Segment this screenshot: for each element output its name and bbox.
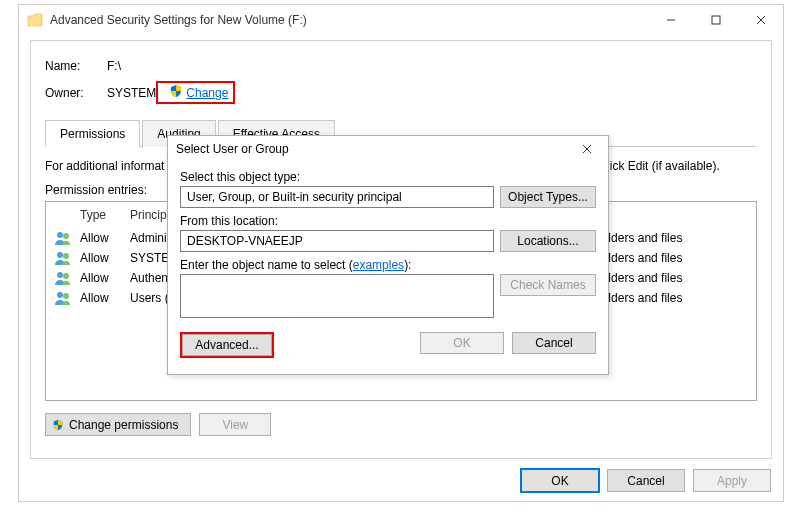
window-title: Advanced Security Settings for New Volum…	[50, 13, 648, 27]
check-names-button[interactable]: Check Names	[500, 274, 596, 296]
popup-title: Select User or Group	[176, 142, 574, 156]
select-user-or-group-dialog: Select User or Group Select this object …	[167, 135, 609, 375]
cell-type: Allow	[80, 291, 130, 305]
locations-button[interactable]: Locations...	[500, 230, 596, 252]
object-type-input[interactable]	[180, 186, 494, 208]
cell-type: Allow	[80, 271, 130, 285]
svg-point-4	[57, 232, 63, 238]
users-icon	[54, 230, 74, 246]
ok-button[interactable]: OK	[521, 469, 599, 492]
examples-link[interactable]: examples	[353, 258, 404, 272]
view-button[interactable]: View	[199, 413, 271, 436]
object-type-label: Select this object type:	[180, 170, 596, 184]
window-controls	[648, 5, 783, 35]
cell-type: Allow	[80, 231, 130, 245]
name-label: Name:	[45, 59, 107, 73]
folder-icon	[27, 13, 43, 27]
tab-permissions[interactable]: Permissions	[45, 120, 140, 147]
shield-icon	[169, 84, 183, 101]
close-icon[interactable]	[574, 141, 600, 157]
users-icon	[54, 270, 74, 286]
advanced-highlight: Advanced...	[180, 332, 274, 358]
svg-point-7	[63, 253, 69, 259]
svg-point-8	[57, 272, 63, 278]
object-types-button[interactable]: Object Types...	[500, 186, 596, 208]
close-button[interactable]	[738, 5, 783, 35]
location-input[interactable]	[180, 230, 494, 252]
cell-type: Allow	[80, 251, 130, 265]
svg-rect-1	[712, 16, 720, 24]
cancel-button[interactable]: Cancel	[607, 469, 685, 492]
svg-point-6	[57, 252, 63, 258]
change-link[interactable]: Change	[186, 86, 228, 100]
change-highlight: Change	[156, 81, 235, 104]
owner-row: Owner: SYSTEM Change	[45, 81, 757, 104]
location-label: From this location:	[180, 214, 596, 228]
popup-footer: Advanced... OK Cancel	[180, 332, 596, 358]
popup-ok-button[interactable]: OK	[420, 332, 504, 354]
popup-body: Select this object type: Object Types...…	[168, 162, 608, 368]
titlebar: Advanced Security Settings for New Volum…	[19, 5, 783, 35]
apply-button[interactable]: Apply	[693, 469, 771, 492]
col-type[interactable]: Type	[80, 208, 130, 222]
change-permissions-button[interactable]: Change permissions	[45, 413, 191, 436]
name-value: F:\	[107, 59, 121, 73]
users-icon	[54, 250, 74, 266]
dialog-footer: OK Cancel Apply	[521, 469, 771, 492]
minimize-button[interactable]	[648, 5, 693, 35]
name-row: Name: F:\	[45, 59, 757, 73]
svg-point-5	[63, 233, 69, 239]
svg-point-9	[63, 273, 69, 279]
owner-label: Owner:	[45, 86, 107, 100]
maximize-button[interactable]	[693, 5, 738, 35]
popup-titlebar: Select User or Group	[168, 136, 608, 162]
object-name-input[interactable]	[180, 274, 494, 318]
enter-object-label: Enter the object name to select (example…	[180, 258, 596, 272]
bottom-buttons: Change permissions View	[45, 413, 757, 436]
svg-point-10	[57, 292, 63, 298]
advanced-button[interactable]: Advanced...	[182, 334, 272, 356]
svg-point-11	[63, 293, 69, 299]
popup-cancel-button[interactable]: Cancel	[512, 332, 596, 354]
owner-value: SYSTEM	[107, 86, 156, 100]
users-icon	[54, 290, 74, 306]
